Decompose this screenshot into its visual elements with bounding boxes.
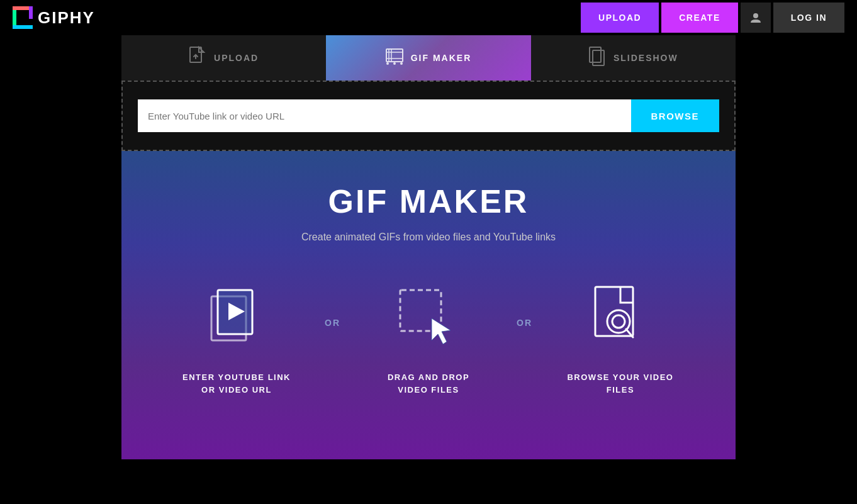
gif-maker-tab-label: GIF MAKER <box>411 53 472 63</box>
tab-gif-maker[interactable]: GIF MAKER <box>326 35 530 81</box>
login-button[interactable]: LOG IN <box>773 3 844 33</box>
youtube-option: ENTER YOUTUBE LINK OR VIDEO URL <box>167 281 306 396</box>
page-subtitle: Create animated GIFs from video files an… <box>301 232 556 243</box>
header: GIPHY UPLOAD CREATE LOG IN <box>0 0 857 35</box>
browse-option: BROWSE YOUR VIDEO FILES <box>551 281 690 396</box>
svg-point-11 <box>386 62 389 65</box>
svg-point-13 <box>400 62 403 65</box>
upload-button[interactable]: UPLOAD <box>581 3 659 33</box>
user-icon <box>749 11 762 24</box>
drag-drop-icon-graphic <box>391 281 466 356</box>
page-title: GIF MAKER <box>328 182 529 220</box>
browse-button[interactable]: BROWSE <box>631 99 720 132</box>
url-input[interactable] <box>138 99 631 132</box>
header-actions: UPLOAD CREATE LOG IN <box>581 3 844 33</box>
tab-bar: UPLOAD GIF MAKER SLIDESHOW <box>121 35 736 81</box>
tab-slideshow[interactable]: SLIDESHOW <box>531 35 736 81</box>
youtube-option-label: ENTER YOUTUBE LINK OR VIDEO URL <box>182 371 291 396</box>
logo[interactable]: GIPHY <box>13 6 95 29</box>
main-content: GIF MAKER Create animated GIFs from vide… <box>121 151 736 459</box>
svg-point-12 <box>393 62 396 65</box>
tab-upload[interactable]: UPLOAD <box>121 35 326 81</box>
drag-drop-option-label: DRAG AND DROP VIDEO FILES <box>388 371 469 396</box>
options-row: ENTER YOUTUBE LINK OR VIDEO URL OR DRAG … <box>134 281 723 396</box>
browse-icon-graphic <box>583 281 658 356</box>
svg-rect-15 <box>593 50 604 65</box>
svg-rect-2 <box>29 6 33 19</box>
upload-tab-icon <box>189 46 206 70</box>
browse-option-label: BROWSE YOUR VIDEO FILES <box>567 371 673 396</box>
logo-text: GIPHY <box>38 8 95 28</box>
svg-point-23 <box>612 315 625 328</box>
svg-marker-20 <box>432 318 451 344</box>
gif-maker-tab-icon <box>386 47 403 69</box>
upload-zone: BROWSE <box>121 81 736 151</box>
user-icon-button[interactable] <box>741 3 771 33</box>
upload-tab-label: UPLOAD <box>214 53 259 63</box>
drag-drop-option: DRAG AND DROP VIDEO FILES <box>359 281 498 396</box>
or-text-1: OR <box>325 318 340 359</box>
slideshow-tab-icon <box>588 46 606 70</box>
svg-rect-3 <box>13 25 33 29</box>
youtube-icon-graphic <box>199 281 274 356</box>
svg-point-4 <box>753 13 758 18</box>
create-button[interactable]: CREATE <box>661 3 738 33</box>
svg-rect-14 <box>590 47 601 62</box>
or-text-2: OR <box>517 318 532 359</box>
slideshow-tab-label: SLIDESHOW <box>613 53 678 63</box>
giphy-logo-icon <box>13 6 33 29</box>
